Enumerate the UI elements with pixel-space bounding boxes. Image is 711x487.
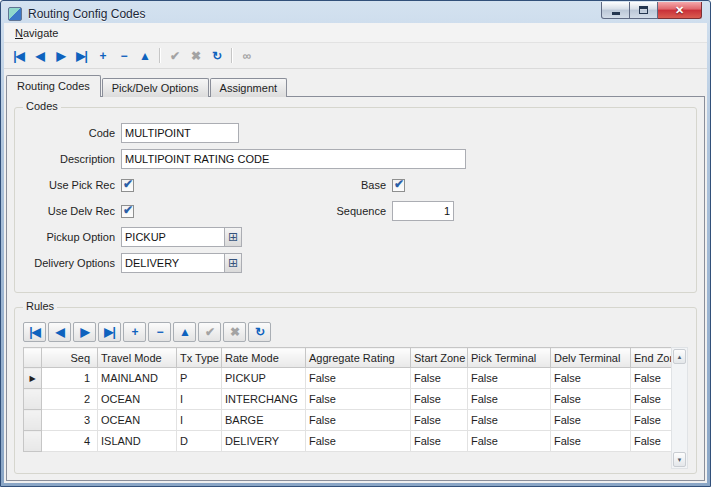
grid-cell[interactable]: False: [411, 389, 468, 410]
code-input[interactable]: [121, 123, 239, 143]
rules-cancel-edit-button: ✖: [223, 322, 246, 342]
rules-first-record-button[interactable]: |◀: [23, 322, 46, 342]
grid-column-header[interactable]: Seq: [42, 348, 98, 368]
grid-cell[interactable]: INTERCHANG: [222, 389, 306, 410]
grid-cell[interactable]: 1: [42, 368, 98, 389]
rules-edit-record-button[interactable]: ▲: [173, 322, 196, 342]
grid-vertical-scrollbar[interactable]: ▲ ▼: [671, 347, 688, 469]
grid-cell[interactable]: False: [468, 431, 551, 452]
grid-column-header[interactable]: Rate Mode: [222, 348, 306, 368]
description-input[interactable]: [121, 149, 466, 169]
close-button[interactable]: [658, 2, 702, 19]
menu-navigate[interactable]: Navigate: [10, 25, 63, 41]
refresh-button[interactable]: ↻: [206, 46, 227, 66]
grid-cell[interactable]: False: [468, 368, 551, 389]
first-record-button[interactable]: |◀: [8, 46, 29, 66]
edit-record-button[interactable]: ▲: [134, 46, 155, 66]
row-selector[interactable]: [24, 431, 42, 452]
row-selector[interactable]: ▶: [24, 368, 42, 389]
grid-column-header[interactable]: Delv Terminal: [551, 348, 631, 368]
grid-row[interactable]: 4ISLANDDDELIVERYFalseFalseFalseFalseFals…: [24, 431, 688, 452]
pick-rec-base-row: Use Pick Rec Base: [21, 172, 690, 198]
grid-cell[interactable]: False: [306, 431, 411, 452]
scroll-up-button[interactable]: ▲: [673, 349, 686, 364]
grid-cell[interactable]: False: [468, 410, 551, 431]
grid-cell[interactable]: ISLAND: [98, 431, 177, 452]
sequence-input[interactable]: [392, 201, 454, 221]
rules-delete-record-button[interactable]: −: [148, 322, 171, 342]
insert-record-button[interactable]: +: [92, 46, 113, 66]
delivery-options-lookup-button[interactable]: ⊞: [224, 253, 242, 273]
delivery-options-label: Delivery Options: [21, 257, 121, 269]
grid-cell[interactable]: False: [306, 389, 411, 410]
grid-column-header[interactable]: Pick Terminal: [468, 348, 551, 368]
window-title: Routing Config Codes: [28, 7, 145, 21]
cancel-edit-button: ✖: [185, 46, 206, 66]
grid-cell[interactable]: False: [411, 431, 468, 452]
grid-cell[interactable]: False: [411, 368, 468, 389]
grid-cell[interactable]: 3: [42, 410, 98, 431]
delv-rec-sequence-row: Use Delv Rec Sequence: [21, 198, 690, 224]
use-pick-rec-label: Use Pick Rec: [21, 179, 121, 191]
grid-cell[interactable]: PICKUP: [222, 368, 306, 389]
grid-row[interactable]: ▶1MAINLANDPPICKUPFalseFalseFalseFalseFal…: [24, 368, 688, 389]
grid-row[interactable]: 3OCEANIBARGEFalseFalseFalseFalseFalse: [24, 410, 688, 431]
rules-next-record-button[interactable]: ▶: [73, 322, 96, 342]
grid-cell[interactable]: False: [551, 389, 631, 410]
grid-column-header[interactable]: Tx Type: [177, 348, 222, 368]
toolbar-separator: [231, 48, 232, 63]
grid-cell[interactable]: False: [551, 410, 631, 431]
grid-corner: [24, 348, 42, 368]
client-area: Navigate |◀◀▶▶|+−▲✔✖↻∞ Routing CodesPick…: [4, 23, 707, 483]
next-record-button[interactable]: ▶: [50, 46, 71, 66]
grid-cell[interactable]: False: [551, 431, 631, 452]
pickup-option-lookup-button[interactable]: ⊞: [224, 227, 242, 247]
row-selector[interactable]: [24, 410, 42, 431]
maximize-button[interactable]: [630, 2, 658, 19]
grid-cell[interactable]: False: [411, 410, 468, 431]
tab-routing-codes[interactable]: Routing Codes: [6, 75, 101, 97]
rules-last-record-button[interactable]: ▶|: [98, 322, 121, 342]
pickup-option-input[interactable]: [121, 227, 224, 247]
grid-cell[interactable]: D: [177, 431, 222, 452]
rules-refresh-button[interactable]: ↻: [248, 322, 271, 342]
delivery-options-input[interactable]: [121, 253, 224, 273]
grid-cell[interactable]: BARGE: [222, 410, 306, 431]
grid-cell[interactable]: False: [306, 410, 411, 431]
rules-grid: SeqTravel ModeTx TypeRate ModeAggregate …: [23, 347, 688, 469]
toolbar-separator: [159, 48, 160, 63]
grid-cell[interactable]: 2: [42, 389, 98, 410]
delete-record-button[interactable]: −: [113, 46, 134, 66]
prior-record-button[interactable]: ◀: [29, 46, 50, 66]
menu-navigate-label: avigate: [23, 27, 58, 39]
scroll-down-button[interactable]: ▼: [673, 452, 686, 467]
grid-cell[interactable]: OCEAN: [98, 389, 177, 410]
grid-cell[interactable]: False: [468, 389, 551, 410]
grid-cell[interactable]: OCEAN: [98, 410, 177, 431]
minimize-icon: [612, 12, 620, 15]
use-pick-rec-checkbox[interactable]: [121, 179, 134, 192]
base-checkbox[interactable]: [392, 179, 405, 192]
grid-column-header[interactable]: Aggregate Rating: [306, 348, 411, 368]
rules-insert-record-button[interactable]: +: [123, 322, 146, 342]
grid-cell[interactable]: I: [177, 389, 222, 410]
grid-column-header[interactable]: Start Zone: [411, 348, 468, 368]
grid-cell[interactable]: 4: [42, 431, 98, 452]
grid-column-header[interactable]: Travel Mode: [98, 348, 177, 368]
rules-prior-record-button[interactable]: ◀: [48, 322, 71, 342]
grid-cell[interactable]: False: [551, 368, 631, 389]
grid-row[interactable]: 2OCEANIINTERCHANGFalseFalseFalseFalseFal…: [24, 389, 688, 410]
grid-cell[interactable]: False: [306, 368, 411, 389]
minimize-button[interactable]: [601, 2, 630, 19]
grid-cell[interactable]: I: [177, 410, 222, 431]
tab-pick-delv-options[interactable]: Pick/Delv Options: [102, 78, 209, 97]
last-record-button[interactable]: ▶|: [71, 46, 92, 66]
lookup-grid-icon: ⊞: [228, 230, 238, 244]
grid-cell[interactable]: P: [177, 368, 222, 389]
row-selector[interactable]: [24, 389, 42, 410]
tab-assignment[interactable]: Assignment: [210, 78, 287, 97]
use-delv-rec-checkbox[interactable]: [121, 205, 134, 218]
grid-cell[interactable]: DELIVERY: [222, 431, 306, 452]
grid-cell[interactable]: MAINLAND: [98, 368, 177, 389]
tab-strip: Routing CodesPick/Delv OptionsAssignment: [4, 69, 707, 96]
